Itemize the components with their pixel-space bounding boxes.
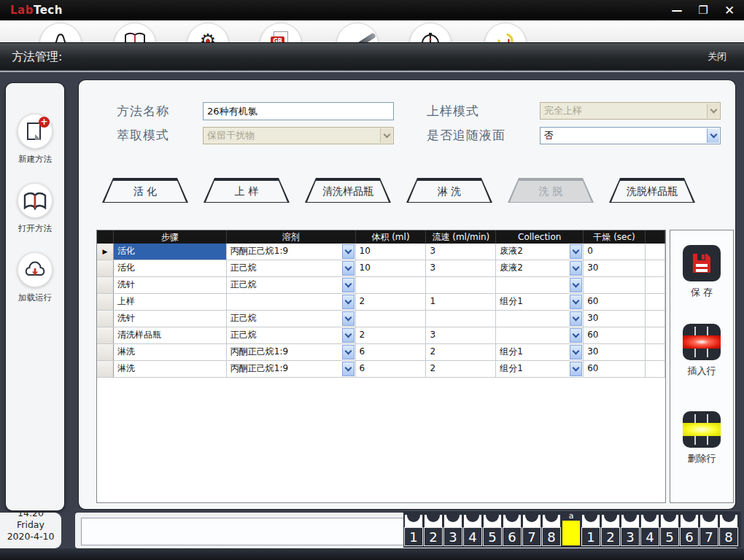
cell-flow[interactable]: 1: [426, 294, 496, 310]
cell-flow[interactable]: 2: [426, 361, 496, 377]
cell-flow[interactable]: [426, 277, 496, 293]
tab-step-5[interactable]: 洗脱样品瓶: [609, 178, 695, 203]
row-selector[interactable]: [97, 260, 114, 276]
cell-collection[interactable]: 组分1: [496, 344, 584, 360]
tab-step-0[interactable]: 活 化: [102, 178, 188, 203]
chevron-down-icon[interactable]: [570, 328, 582, 343]
cell-dry[interactable]: 0: [584, 244, 646, 260]
chevron-down-icon[interactable]: [570, 261, 582, 276]
sidebar-item-label: 新建方法: [6, 154, 64, 165]
save-button[interactable]: 保 存: [670, 245, 733, 299]
cell-volume[interactable]: 2: [356, 294, 427, 310]
cell-volume[interactable]: 10: [356, 260, 427, 276]
row-selector[interactable]: [97, 361, 114, 377]
chevron-down-icon[interactable]: [570, 345, 582, 359]
cell-volume[interactable]: 10: [356, 244, 427, 260]
chevron-down-icon[interactable]: [570, 278, 582, 292]
cell-collection[interactable]: 组分1: [496, 361, 584, 377]
chevron-down-icon[interactable]: [570, 311, 582, 326]
follow-level-value: 否: [544, 130, 554, 141]
cell-collection[interactable]: 组分1: [496, 294, 584, 310]
row-selector[interactable]: [97, 294, 114, 310]
row-selector[interactable]: [97, 311, 114, 327]
cell-dry[interactable]: 60: [584, 294, 646, 310]
cell-step[interactable]: 淋洗: [114, 344, 227, 360]
cell-volume[interactable]: 6: [356, 344, 427, 360]
chevron-down-icon[interactable]: [342, 278, 354, 292]
toolbar-coil-button[interactable]: [484, 23, 527, 42]
cell-step[interactable]: 洗针: [114, 277, 227, 293]
cell-flow[interactable]: [426, 311, 496, 327]
cell-dry[interactable]: [584, 277, 646, 293]
cell-flow[interactable]: 3: [426, 260, 496, 276]
sidebar-item-load-run[interactable]: 加载运行: [6, 252, 64, 303]
extraction-mode-value: 保留干扰物: [207, 130, 255, 141]
cell-volume[interactable]: [356, 311, 427, 327]
chevron-down-icon[interactable]: [342, 244, 354, 259]
chevron-down-icon[interactable]: [570, 244, 582, 259]
sidebar-item-new-method[interactable]: + 新建方法: [6, 114, 64, 165]
cell-flow[interactable]: 3: [426, 244, 496, 260]
chevron-down-icon[interactable]: [342, 311, 354, 326]
row-selector[interactable]: [97, 277, 114, 293]
tab-step-3[interactable]: 淋 洗: [406, 178, 492, 203]
cell-solvent[interactable]: 正己烷: [227, 260, 356, 276]
toolbar-settings-button[interactable]: ⚙: [187, 23, 229, 42]
cell-dry[interactable]: 30: [584, 311, 646, 327]
cell-solvent[interactable]: 丙酮正己烷1:9: [227, 344, 356, 360]
tab-step-1[interactable]: 上 样: [204, 178, 290, 203]
chevron-down-icon[interactable]: [570, 295, 582, 309]
toolbar-open-book-button[interactable]: [114, 23, 156, 42]
cell-step[interactable]: 活化: [114, 260, 227, 276]
delete-row-button[interactable]: 删除行: [670, 411, 733, 465]
cell-dry[interactable]: 30: [584, 260, 646, 276]
toolbar-gauge-button[interactable]: [409, 23, 452, 42]
restore-button[interactable]: ❐: [696, 3, 710, 18]
cell-flow[interactable]: 2: [426, 344, 496, 360]
cell-collection[interactable]: [496, 311, 584, 327]
chevron-down-icon[interactable]: [342, 362, 354, 376]
cell-dry[interactable]: 60: [584, 327, 646, 343]
sidebar-item-open-method[interactable]: 打开方法: [6, 183, 64, 234]
minimize-button[interactable]: —: [670, 3, 684, 18]
cell-step[interactable]: 清洗样品瓶: [114, 327, 227, 343]
toolbar-pen-button[interactable]: [336, 23, 379, 42]
cell-step[interactable]: 淋洗: [114, 361, 227, 377]
cell-solvent[interactable]: 丙酮正己烷1:9: [227, 361, 356, 377]
cell-solvent[interactable]: 正己烷: [227, 277, 356, 293]
row-selector[interactable]: ▶: [97, 244, 114, 260]
cell-flow[interactable]: 3: [426, 327, 496, 343]
cell-volume[interactable]: [356, 277, 427, 293]
cell-solvent[interactable]: 正己烷: [227, 327, 356, 343]
cell-dry[interactable]: 30: [584, 344, 646, 360]
tab-step-2[interactable]: 清洗样品瓶: [305, 178, 391, 203]
cell-step[interactable]: 活化: [114, 244, 227, 260]
toolbar-gb-document-button[interactable]: GB: [260, 23, 302, 42]
cell-solvent[interactable]: [227, 294, 356, 310]
close-button[interactable]: ✕: [722, 3, 737, 18]
cell-step[interactable]: 洗针: [114, 311, 227, 327]
row-selector[interactable]: [97, 327, 114, 343]
panel-close-button[interactable]: 关闭: [708, 43, 726, 71]
chevron-down-icon[interactable]: [342, 328, 354, 343]
cell-collection[interactable]: 废液2: [496, 260, 584, 276]
cell-collection[interactable]: [496, 327, 584, 343]
row-selector[interactable]: [97, 344, 114, 360]
cell-volume[interactable]: 6: [356, 361, 427, 377]
follow-level-select[interactable]: 否: [540, 127, 721, 144]
cell-collection[interactable]: 废液2: [496, 244, 584, 260]
chevron-down-icon[interactable]: [342, 345, 354, 359]
cell-volume[interactable]: 2: [356, 327, 427, 343]
chevron-down-icon[interactable]: [707, 128, 719, 143]
chevron-down-icon[interactable]: [342, 261, 354, 276]
chevron-down-icon[interactable]: [342, 295, 354, 309]
cell-collection[interactable]: [496, 277, 584, 293]
toolbar-peak-curve-button[interactable]: [39, 23, 82, 42]
cell-dry[interactable]: 60: [584, 361, 646, 377]
cell-solvent[interactable]: 丙酮正己烷1:9: [227, 244, 356, 260]
insert-row-button[interactable]: 插入行: [670, 324, 733, 378]
method-name-input[interactable]: [203, 102, 394, 120]
cell-solvent[interactable]: 正己烷: [227, 311, 356, 327]
cell-step[interactable]: 上样: [114, 294, 227, 310]
chevron-down-icon[interactable]: [570, 362, 582, 376]
